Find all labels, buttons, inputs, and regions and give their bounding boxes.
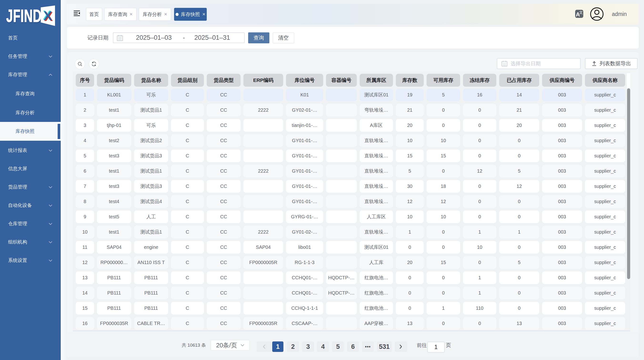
svg-text:文: 文 (579, 10, 583, 14)
svg-text:X: X (44, 8, 52, 23)
